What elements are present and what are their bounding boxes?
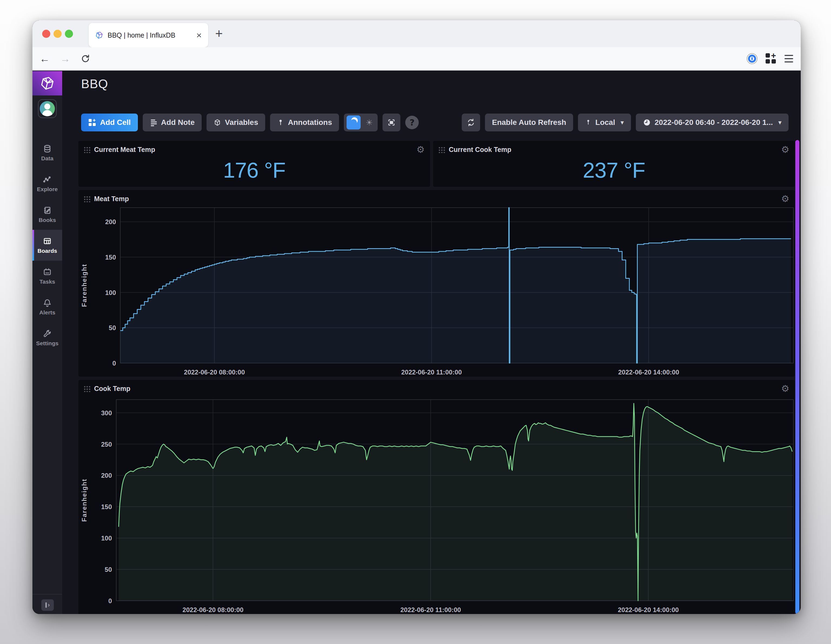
tab-title: BBQ | home | InfluxDB — [108, 31, 196, 39]
chevron-down-icon: ▾ — [621, 119, 624, 126]
sidebar-item-tasks[interactable]: Tasks — [32, 261, 62, 292]
cell-title: Current Meat Temp — [94, 146, 155, 153]
refresh-button[interactable] — [462, 113, 480, 131]
presentation-icon — [387, 118, 395, 126]
tab-close-icon[interactable]: × — [196, 30, 202, 40]
gear-icon[interactable]: ⚙ — [417, 145, 425, 154]
refresh-icon — [466, 118, 475, 127]
sidebar-divider — [32, 594, 62, 595]
meat-temp-chart[interactable]: 0501001502002022-06-20 08:00:002022-06-2… — [78, 190, 795, 376]
svg-text:2022-06-20 11:00:00: 2022-06-20 11:00:00 — [400, 606, 461, 614]
current-cook-temp-value: 237 °F — [433, 154, 795, 187]
svg-text:Farenheight: Farenheight — [81, 264, 88, 307]
chevron-down-icon: ▾ — [778, 119, 782, 126]
influxdb-logo[interactable] — [32, 71, 62, 96]
page-title: BBQ — [81, 77, 108, 91]
drag-handle-icon[interactable] — [438, 146, 445, 153]
calendar-icon — [43, 268, 52, 277]
browser-tab[interactable]: BBQ | home | InfluxDB × — [89, 23, 208, 47]
menu-icon[interactable] — [785, 55, 793, 62]
browser-toolbar: ← → + — [32, 47, 801, 70]
cell-meat-temp-chart: Meat Temp ⚙ 0501001502002022-06-20 08:00… — [78, 190, 795, 376]
sidebar-item-explore[interactable]: Explore — [32, 168, 62, 199]
sidebar-item-label: Alerts — [39, 309, 56, 316]
back-icon[interactable]: ← — [40, 53, 50, 65]
annotations-button[interactable]: Annotations — [270, 113, 339, 131]
sidebar-item-books[interactable]: Books — [32, 199, 62, 230]
svg-text:150: 150 — [101, 503, 112, 510]
sidebar-item-label: Settings — [36, 340, 59, 347]
cook-temp-chart[interactable]: 0501001502002503002022-06-20 08:00:00202… — [78, 380, 795, 614]
cube-icon — [213, 119, 221, 126]
svg-text:300: 300 — [101, 409, 112, 417]
sidebar-item-alerts[interactable]: Alerts — [32, 292, 62, 322]
cell-current-meat-temp: Current Meat Temp ⚙ 176 °F — [78, 141, 430, 187]
svg-text:2022-06-20 08:00:00: 2022-06-20 08:00:00 — [184, 368, 245, 376]
close-window-button[interactable] — [42, 30, 50, 38]
app-content: Data Explore Books — [32, 71, 801, 614]
svg-text:2022-06-20 14:00:00: 2022-06-20 14:00:00 — [618, 606, 679, 614]
dashboard: BBQ Add Cell — [62, 71, 801, 614]
browser-window: BBQ | home | InfluxDB × + ← → + — [32, 20, 801, 614]
enable-auto-refresh-button[interactable]: Enable Auto Refresh — [485, 113, 573, 131]
sidebar: Data Explore Books — [32, 71, 62, 614]
sidebar-item-data[interactable]: Data — [32, 137, 62, 168]
svg-text:100: 100 — [105, 289, 116, 296]
help-button[interactable]: ? — [405, 116, 419, 129]
sidebar-item-label: Boards — [38, 248, 57, 254]
minimize-window-button[interactable] — [54, 30, 62, 38]
sidebar-item-label: Books — [39, 217, 56, 223]
timezone-dropdown[interactable]: Local ▾ — [578, 113, 631, 131]
add-note-button[interactable]: Add Note — [143, 113, 202, 131]
wrench-icon — [43, 329, 52, 338]
svg-text:2022-06-20 08:00:00: 2022-06-20 08:00:00 — [183, 606, 244, 614]
sidebar-item-label: Explore — [37, 186, 57, 193]
add-cell-icon — [88, 118, 96, 126]
note-icon — [150, 119, 157, 126]
browser-tabbar: BBQ | home | InfluxDB × + — [32, 20, 801, 47]
cell-cook-temp-chart: Cook Temp ⚙ 0501001502002503002022-06-20… — [78, 380, 795, 614]
svg-text:2022-06-20 14:00:00: 2022-06-20 14:00:00 — [618, 368, 679, 376]
zoom-window-button[interactable] — [65, 30, 73, 38]
drag-handle-icon[interactable] — [83, 146, 90, 153]
bell-icon — [43, 298, 52, 308]
dark-mode-button[interactable] — [347, 115, 361, 129]
graph-icon — [43, 175, 52, 184]
cell-title: Current Cook Temp — [449, 146, 511, 153]
database-icon — [43, 144, 52, 153]
reload-icon[interactable] — [81, 54, 90, 64]
expand-sidebar-button[interactable]: › — [41, 599, 54, 611]
notebook-icon — [43, 206, 52, 215]
svg-text:2022-06-20 11:00:00: 2022-06-20 11:00:00 — [401, 368, 462, 376]
scrollbar[interactable] — [795, 140, 799, 614]
pin-icon — [277, 119, 284, 126]
sidebar-item-settings[interactable]: Settings — [32, 322, 62, 353]
variables-button[interactable]: Variables — [207, 113, 265, 131]
svg-text:150: 150 — [105, 253, 116, 261]
theme-toggle: ☀ — [344, 113, 378, 131]
gear-icon[interactable]: ⚙ — [781, 145, 790, 154]
svg-text:50: 50 — [109, 324, 116, 332]
svg-text:250: 250 — [101, 441, 112, 448]
pin-icon — [585, 119, 592, 126]
sidebar-item-boards[interactable]: Boards — [32, 230, 62, 261]
light-mode-button[interactable]: ☀ — [363, 118, 375, 128]
avatar[interactable] — [38, 99, 57, 118]
sidebar-item-label: Data — [41, 155, 54, 162]
svg-text:50: 50 — [105, 566, 112, 573]
svg-text:200: 200 — [101, 472, 112, 479]
new-tab-button[interactable]: + — [212, 26, 226, 40]
svg-text:100: 100 — [101, 534, 112, 542]
onepassword-extension-icon[interactable] — [747, 53, 758, 64]
sidebar-item-label: Tasks — [40, 279, 55, 285]
dashboards-icon — [43, 237, 52, 246]
extensions-icon[interactable]: + — [766, 53, 776, 64]
forward-icon[interactable]: → — [60, 53, 70, 65]
influxdb-favicon — [95, 31, 103, 39]
presentation-mode-button[interactable] — [382, 113, 400, 131]
add-cell-button[interactable]: Add Cell — [81, 113, 138, 131]
current-meat-temp-value: 176 °F — [78, 154, 430, 187]
time-range-dropdown[interactable]: 2022-06-20 06:40 - 2022-06-20 1... ▾ — [636, 113, 788, 131]
svg-text:Farenheight: Farenheight — [81, 478, 88, 521]
svg-text:0: 0 — [108, 597, 112, 604]
